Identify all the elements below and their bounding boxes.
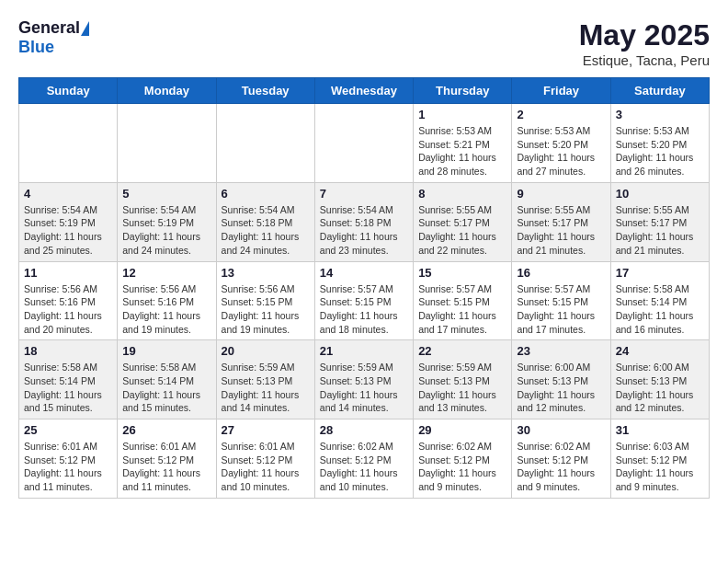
calendar-subtitle: Estique, Tacna, Peru [579,52,710,68]
table-row: 2Sunrise: 5:53 AM Sunset: 5:20 PM Daylig… [512,104,610,183]
calendar-week-row: 25Sunrise: 6:01 AM Sunset: 5:12 PM Dayli… [19,419,710,499]
day-number: 18 [24,344,112,358]
table-row: 31Sunrise: 6:03 AM Sunset: 5:12 PM Dayli… [610,419,709,499]
table-row: 8Sunrise: 5:55 AM Sunset: 5:17 PM Daylig… [414,182,512,261]
calendar-week-row: 1Sunrise: 5:53 AM Sunset: 5:21 PM Daylig… [19,104,710,183]
table-row: 28Sunrise: 6:02 AM Sunset: 5:12 PM Dayli… [314,419,413,499]
table-row: 22Sunrise: 5:59 AM Sunset: 5:13 PM Dayli… [414,340,512,419]
table-row: 13Sunrise: 5:56 AM Sunset: 5:15 PM Dayli… [216,261,314,340]
header-tuesday: Tuesday [216,78,314,104]
table-row: 23Sunrise: 6:00 AM Sunset: 5:13 PM Dayli… [512,340,610,419]
table-row: 1Sunrise: 5:53 AM Sunset: 5:21 PM Daylig… [414,104,512,183]
table-row: 21Sunrise: 5:59 AM Sunset: 5:13 PM Dayli… [314,340,413,419]
day-info: Sunrise: 5:59 AM Sunset: 5:13 PM Dayligh… [222,361,310,415]
logo-blue-text: Blue [18,38,54,57]
day-number: 28 [320,423,408,437]
table-row [216,104,314,183]
header-wednesday: Wednesday [314,78,413,104]
table-row: 29Sunrise: 6:02 AM Sunset: 5:12 PM Dayli… [414,419,512,499]
day-info: Sunrise: 5:54 AM Sunset: 5:19 PM Dayligh… [24,203,112,258]
table-row [118,104,216,183]
day-info: Sunrise: 5:56 AM Sunset: 5:16 PM Dayligh… [122,282,210,337]
day-number: 30 [517,423,605,437]
day-number: 27 [222,423,310,437]
day-info: Sunrise: 6:01 AM Sunset: 5:12 PM Dayligh… [24,440,112,494]
day-info: Sunrise: 5:58 AM Sunset: 5:14 PM Dayligh… [616,282,704,337]
day-info: Sunrise: 6:01 AM Sunset: 5:12 PM Dayligh… [122,440,210,494]
day-info: Sunrise: 5:57 AM Sunset: 5:15 PM Dayligh… [418,282,506,337]
day-number: 19 [122,344,210,358]
table-row: 17Sunrise: 5:58 AM Sunset: 5:14 PM Dayli… [610,261,709,340]
day-info: Sunrise: 6:02 AM Sunset: 5:12 PM Dayligh… [517,440,605,494]
page-header: General Blue May 2025 Estique, Tacna, Pe… [18,18,710,68]
day-info: Sunrise: 6:00 AM Sunset: 5:13 PM Dayligh… [616,361,704,415]
day-info: Sunrise: 5:58 AM Sunset: 5:14 PM Dayligh… [122,361,210,415]
day-number: 31 [616,423,704,437]
day-info: Sunrise: 5:55 AM Sunset: 5:17 PM Dayligh… [517,203,605,258]
day-number: 4 [24,187,112,201]
day-info: Sunrise: 5:59 AM Sunset: 5:13 PM Dayligh… [418,361,506,415]
day-number: 9 [517,187,605,201]
day-number: 20 [222,344,310,358]
day-number: 24 [616,344,704,358]
day-number: 13 [222,266,310,280]
table-row: 27Sunrise: 6:01 AM Sunset: 5:12 PM Dayli… [216,419,314,499]
day-info: Sunrise: 5:55 AM Sunset: 5:17 PM Dayligh… [616,203,704,258]
day-number: 10 [616,187,704,201]
weekday-header-row: Sunday Monday Tuesday Wednesday Thursday… [19,78,710,104]
day-info: Sunrise: 5:54 AM Sunset: 5:19 PM Dayligh… [122,203,210,258]
table-row: 4Sunrise: 5:54 AM Sunset: 5:19 PM Daylig… [19,182,118,261]
day-number: 8 [418,187,506,201]
day-number: 11 [24,266,112,280]
table-row: 20Sunrise: 5:59 AM Sunset: 5:13 PM Dayli… [216,340,314,419]
table-row [19,104,118,183]
day-number: 17 [616,266,704,280]
day-number: 21 [320,344,408,358]
table-row [314,104,413,183]
header-sunday: Sunday [19,78,118,104]
day-info: Sunrise: 5:56 AM Sunset: 5:16 PM Dayligh… [24,282,112,337]
logo-triangle-icon [81,21,89,36]
table-row: 25Sunrise: 6:01 AM Sunset: 5:12 PM Dayli… [19,419,118,499]
day-info: Sunrise: 5:56 AM Sunset: 5:15 PM Dayligh… [222,282,310,337]
day-number: 7 [320,187,408,201]
table-row: 10Sunrise: 5:55 AM Sunset: 5:17 PM Dayli… [610,182,709,261]
table-row: 18Sunrise: 5:58 AM Sunset: 5:14 PM Dayli… [19,340,118,419]
day-info: Sunrise: 5:54 AM Sunset: 5:18 PM Dayligh… [222,203,310,258]
day-number: 15 [418,266,506,280]
day-number: 22 [418,344,506,358]
calendar-week-row: 4Sunrise: 5:54 AM Sunset: 5:19 PM Daylig… [19,182,710,261]
table-row: 5Sunrise: 5:54 AM Sunset: 5:19 PM Daylig… [118,182,216,261]
day-number: 29 [418,423,506,437]
day-info: Sunrise: 5:58 AM Sunset: 5:14 PM Dayligh… [24,361,112,415]
day-number: 1 [418,108,506,121]
title-block: May 2025 Estique, Tacna, Peru [579,18,710,68]
day-info: Sunrise: 5:57 AM Sunset: 5:15 PM Dayligh… [320,282,408,337]
calendar-week-row: 18Sunrise: 5:58 AM Sunset: 5:14 PM Dayli… [19,340,710,419]
day-number: 23 [517,344,605,358]
header-friday: Friday [512,78,610,104]
day-info: Sunrise: 6:03 AM Sunset: 5:12 PM Dayligh… [616,440,704,494]
day-info: Sunrise: 6:00 AM Sunset: 5:13 PM Dayligh… [517,361,605,415]
table-row: 16Sunrise: 5:57 AM Sunset: 5:15 PM Dayli… [512,261,610,340]
day-number: 16 [517,266,605,280]
day-info: Sunrise: 5:53 AM Sunset: 5:20 PM Dayligh… [616,124,704,178]
table-row: 11Sunrise: 5:56 AM Sunset: 5:16 PM Dayli… [19,261,118,340]
day-number: 2 [517,108,605,121]
table-row: 14Sunrise: 5:57 AM Sunset: 5:15 PM Dayli… [314,261,413,340]
day-number: 26 [122,423,210,437]
header-thursday: Thursday [414,78,512,104]
table-row: 9Sunrise: 5:55 AM Sunset: 5:17 PM Daylig… [512,182,610,261]
day-info: Sunrise: 5:57 AM Sunset: 5:15 PM Dayligh… [517,282,605,337]
calendar-week-row: 11Sunrise: 5:56 AM Sunset: 5:16 PM Dayli… [19,261,710,340]
calendar-table: Sunday Monday Tuesday Wednesday Thursday… [18,77,710,499]
logo-general-text: General [18,18,80,38]
table-row: 24Sunrise: 6:00 AM Sunset: 5:13 PM Dayli… [610,340,709,419]
day-info: Sunrise: 6:02 AM Sunset: 5:12 PM Dayligh… [320,440,408,494]
day-number: 6 [222,187,310,201]
day-info: Sunrise: 5:53 AM Sunset: 5:20 PM Dayligh… [517,124,605,178]
table-row: 30Sunrise: 6:02 AM Sunset: 5:12 PM Dayli… [512,419,610,499]
table-row: 12Sunrise: 5:56 AM Sunset: 5:16 PM Dayli… [118,261,216,340]
header-saturday: Saturday [610,78,709,104]
table-row: 7Sunrise: 5:54 AM Sunset: 5:18 PM Daylig… [314,182,413,261]
